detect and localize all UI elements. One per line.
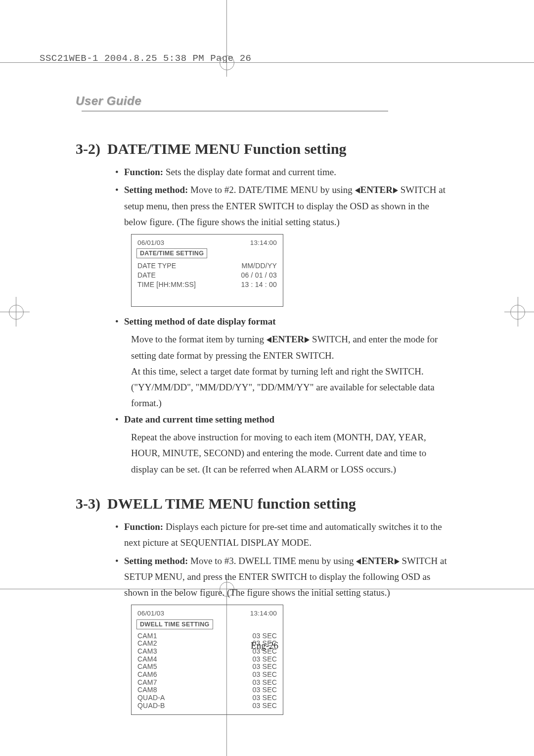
item-label: Function: — [124, 167, 163, 177]
osd-val: 03 SEC — [253, 663, 277, 671]
user-guide-label: User Guide — [76, 94, 141, 107]
registration-mark-icon — [510, 305, 525, 320]
osd-title: DWELL TIME SETTING — [136, 619, 213, 629]
section-number: 3-3) — [76, 495, 100, 512]
osd-key: CAM4 — [137, 656, 157, 663]
osd-key: CAM5 — [137, 663, 157, 671]
enter-switch-label: ENTER — [360, 185, 393, 195]
triangle-left-icon — [356, 559, 361, 565]
item-text: Sets the display date format and current… — [163, 167, 336, 177]
osd-key: DATE TYPE — [137, 261, 176, 271]
osd-val: 03 SEC — [253, 656, 277, 663]
item-label: Date and current time setting method — [124, 414, 274, 425]
osd-val: MM/DD/YY — [241, 261, 277, 271]
osd-time: 13:14:00 — [250, 238, 277, 247]
bullet-list: Function: Displays each picture for pre-… — [76, 519, 453, 601]
divider — [82, 111, 388, 111]
registration-mark-icon — [9, 305, 24, 320]
section-number: 3-2) — [76, 141, 100, 157]
section-title: DWELL TIME MENU function setting — [107, 495, 356, 512]
list-item: Function: Displays each picture for pre-… — [124, 519, 453, 551]
list-item: Setting method: Move to #2. DATE/TIME ME… — [124, 182, 453, 230]
osd-val: 03 SEC — [253, 632, 277, 640]
triangle-right-icon — [305, 337, 310, 343]
content-area: User Guide 3-2)DATE/TIME MENU Function s… — [76, 94, 453, 722]
user-guide-header: User Guide — [76, 94, 453, 117]
list-item: Function: Sets the display date format a… — [124, 164, 453, 180]
osd-date: 06/01/03 — [137, 238, 164, 247]
enter-switch-label: ENTER — [361, 556, 394, 566]
registration-mark-icon — [220, 55, 234, 70]
osd-val: 03 SEC — [253, 694, 277, 702]
page: SSC21WEB-1 2004.8.25 5:38 PM Page 26 Use… — [0, 0, 534, 756]
osd-key: CAM6 — [137, 671, 157, 679]
osd-val: 06 / 01 / 03 — [241, 271, 277, 280]
section-title: DATE/TIME MENU Function setting — [107, 141, 347, 157]
enter-switch-label: ENTER — [272, 334, 304, 344]
osd-title: DATE/TIME SETTING — [136, 248, 207, 258]
list-item: Date and current time setting method — [124, 412, 453, 427]
item-label: Function: — [124, 521, 163, 532]
paragraph: Move to the format item by turning ENTER… — [131, 331, 453, 364]
item-label: Setting method of date display format — [124, 316, 276, 327]
osd-figure-date-time: 06/01/03 13:14:00 DATE/TIME SETTING DATE… — [131, 234, 283, 307]
osd-figure-dwell-time: 06/01/03 13:14:00 DWELL TIME SETTING CAM… — [131, 605, 283, 715]
list-item: Setting method of date display format — [124, 314, 453, 330]
list-item: Setting method: Move to #3. DWELL TIME m… — [124, 553, 453, 601]
section-heading-3-3: 3-3)DWELL TIME MENU function setting — [76, 495, 453, 512]
item-label: Setting method: — [124, 185, 188, 195]
osd-val: 03 SEC — [253, 686, 277, 694]
osd-key: TIME [HH:MM:SS] — [137, 280, 196, 289]
osd-key: CAM1 — [137, 632, 157, 640]
triangle-right-icon — [393, 188, 398, 193]
text: Move to the format item by turning — [131, 334, 267, 344]
osd-key: CAM8 — [137, 686, 157, 694]
triangle-left-icon — [355, 188, 360, 193]
osd-val: 03 SEC — [253, 702, 277, 710]
osd-val: 03 SEC — [253, 671, 277, 679]
osd-key: CAM7 — [137, 679, 157, 687]
triangle-left-icon — [267, 337, 271, 343]
paragraph: Repeat the above instruction for moving … — [131, 429, 453, 477]
osd-time: 13:14:00 — [250, 609, 277, 618]
osd-key: QUAD-A — [137, 694, 165, 702]
page-number: Eng-26 — [76, 640, 453, 651]
osd-key: QUAD-B — [137, 702, 165, 710]
item-label: Setting method: — [124, 556, 188, 566]
item-text: Move to #2. DATE/TIME MENU by using — [188, 185, 355, 195]
osd-key: DATE — [137, 271, 156, 280]
item-text: Displays each picture for pre-set time a… — [124, 521, 442, 548]
item-text: Move to #3. DWELL TIME menu by using — [188, 556, 356, 566]
paragraph: At this time, select a target date forma… — [131, 364, 453, 379]
crop-rule — [0, 62, 534, 63]
osd-val: 13 : 14 : 00 — [241, 280, 277, 289]
bullet-list: Function: Sets the display date format a… — [76, 164, 453, 230]
triangle-right-icon — [395, 559, 400, 565]
bullet-list: Date and current time setting method — [76, 412, 453, 427]
bullet-list: Setting method of date display format — [76, 314, 453, 330]
osd-date: 06/01/03 — [137, 609, 164, 618]
osd-val: 03 SEC — [253, 679, 277, 687]
section-heading-3-2: 3-2)DATE/TIME MENU Function setting — [76, 141, 453, 157]
paragraph: ("YY/MM/DD", "MM/DD/YY", "DD/MM/YY" are … — [131, 379, 453, 412]
